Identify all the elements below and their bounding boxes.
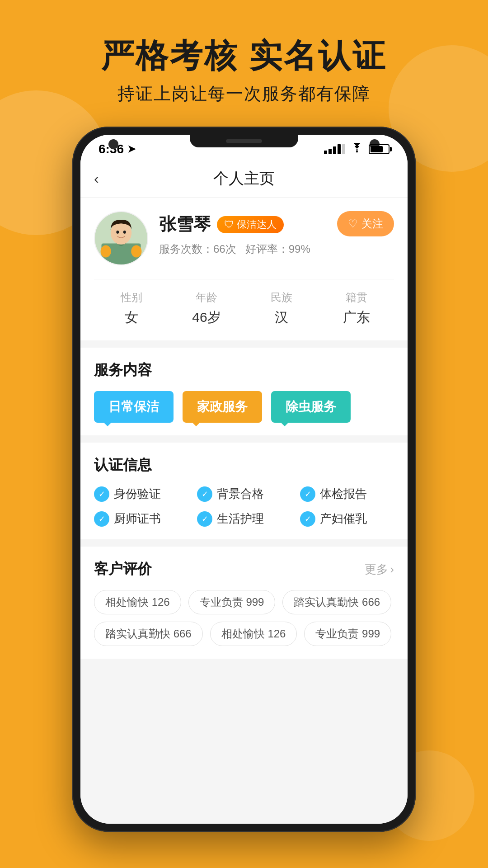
cert-id-label: 身份验证 (114, 486, 161, 502)
age-value: 46岁 (169, 308, 244, 327)
phone-notch (190, 135, 298, 147)
sub-title: 持证上岗让每一次服务都有保障 (0, 82, 488, 105)
battery-icon (369, 144, 389, 154)
profile-name: 张雪琴 (159, 213, 211, 236)
wifi-icon (351, 143, 363, 156)
status-icons (324, 143, 389, 156)
review-tag-0[interactable]: 相处愉快 126 (94, 590, 181, 614)
cert-check-icon: ✓ (197, 511, 212, 527)
profile-card: 张雪琴 🛡 保洁达人 服务次数：66次 好评率：99% (80, 198, 408, 340)
avatar (94, 211, 148, 265)
gender-label: 性别 (94, 290, 169, 305)
ethnicity-label: 民族 (244, 290, 319, 305)
service-count-label: 服务次数： (159, 243, 213, 255)
gender-value: 女 (94, 308, 169, 327)
review-tag-2[interactable]: 踏实认真勤快 666 (282, 590, 391, 614)
review-tag-5[interactable]: 专业负责 999 (304, 622, 391, 646)
cert-medical-label: 体检报告 (320, 486, 367, 502)
service-count: 66次 (213, 243, 236, 255)
more-reviews-link[interactable]: 更多 › (365, 561, 394, 577)
follow-label: 关注 (361, 217, 383, 231)
cert-check-icon: ✓ (94, 511, 109, 527)
more-label: 更多 (365, 561, 388, 577)
services-section: 服务内容 日常保洁 家政服务 除虫服务 (80, 348, 408, 435)
badge-shield-icon: 🛡 (224, 219, 234, 231)
cert-medical: ✓ 体检报告 (300, 486, 394, 502)
service-tag-cleaning[interactable]: 日常保洁 (94, 391, 174, 423)
age-label: 年龄 (169, 290, 244, 305)
svg-point-5 (116, 231, 119, 234)
cert-nursing: ✓ 产妇催乳 (300, 511, 394, 527)
cert-check-icon: ✓ (300, 486, 315, 502)
info-gender: 性别 女 (94, 290, 169, 327)
svg-point-6 (123, 231, 126, 234)
cert-care-label: 生活护理 (217, 511, 264, 527)
service-tag-housekeeping[interactable]: 家政服务 (183, 391, 262, 423)
cert-check-icon: ✓ (300, 511, 315, 527)
ethnicity-value: 汉 (244, 308, 319, 327)
nav-title: 个人主页 (213, 168, 275, 189)
certifications-title: 认证信息 (94, 455, 394, 475)
location-icon: ➤ (127, 143, 136, 155)
review-tag-4[interactable]: 相处愉快 126 (210, 622, 297, 646)
profile-stats: 服务次数：66次 好评率：99% (159, 241, 394, 258)
cert-id: ✓ 身份验证 (94, 486, 188, 502)
origin-label: 籍贯 (319, 290, 394, 305)
rating-label: 好评率： (245, 243, 289, 255)
cert-background: ✓ 背景合格 (197, 486, 291, 502)
camera-left (108, 139, 118, 149)
expert-badge: 🛡 保洁达人 (217, 216, 284, 233)
main-title: 严格考核 实名认证 (0, 36, 488, 75)
review-tag-3[interactable]: 踏实认真勤快 666 (94, 622, 203, 646)
reviews-section: 客户评价 更多 › 相处愉快 126 专业负责 999 踏实认真勤快 666 踏… (80, 547, 408, 659)
signal-icon (324, 144, 345, 154)
phone-container: 6:36 ➤ (72, 127, 416, 832)
nav-bar: ‹ 个人主页 (80, 160, 408, 198)
cert-care: ✓ 生活护理 (197, 511, 291, 527)
origin-value: 广东 (319, 308, 394, 327)
certifications-section: 认证信息 ✓ 身份验证 ✓ 背景合格 ✓ 体检报告 (80, 443, 408, 539)
info-origin: 籍贯 广东 (319, 290, 394, 327)
badge-label: 保洁达人 (237, 218, 277, 231)
svg-point-8 (131, 245, 141, 257)
review-tags: 相处愉快 126 专业负责 999 踏实认真勤快 666 踏实认真勤快 666 … (94, 590, 394, 646)
notch-speaker (226, 139, 262, 143)
reviews-header: 客户评价 更多 › (94, 559, 394, 579)
heart-icon: ♡ (348, 217, 358, 230)
cert-check-icon: ✓ (197, 486, 212, 502)
info-age: 年龄 46岁 (169, 290, 244, 327)
cert-check-icon: ✓ (94, 486, 109, 502)
cert-chef: ✓ 厨师证书 (94, 511, 188, 527)
back-button[interactable]: ‹ (94, 170, 99, 187)
services-title: 服务内容 (94, 360, 394, 380)
svg-point-7 (101, 245, 111, 257)
service-tags: 日常保洁 家政服务 除虫服务 (94, 391, 394, 423)
follow-button[interactable]: ♡ 关注 (337, 211, 394, 236)
review-tag-1[interactable]: 专业负责 999 (188, 590, 276, 614)
info-grid: 性别 女 年龄 46岁 民族 汉 籍贯 广东 (94, 279, 394, 327)
svg-point-0 (356, 151, 358, 153)
top-header: 严格考核 实名认证 持证上岗让每一次服务都有保障 (0, 0, 488, 123)
phone-screen: 6:36 ➤ (80, 135, 408, 824)
screen-content[interactable]: 张雪琴 🛡 保洁达人 服务次数：66次 好评率：99% (80, 198, 408, 824)
reviews-title: 客户评价 (94, 559, 152, 579)
cert-nursing-label: 产妇催乳 (320, 511, 367, 527)
rating-value: 99% (289, 243, 310, 255)
chevron-right-icon: › (390, 562, 394, 576)
service-tag-pest[interactable]: 除虫服务 (271, 391, 351, 423)
cert-background-label: 背景合格 (217, 486, 264, 502)
cert-chef-label: 厨师证书 (114, 511, 161, 527)
cert-grid: ✓ 身份验证 ✓ 背景合格 ✓ 体检报告 ✓ 厨 (94, 486, 394, 527)
phone-frame: 6:36 ➤ (72, 127, 416, 832)
info-ethnicity: 民族 汉 (244, 290, 319, 327)
